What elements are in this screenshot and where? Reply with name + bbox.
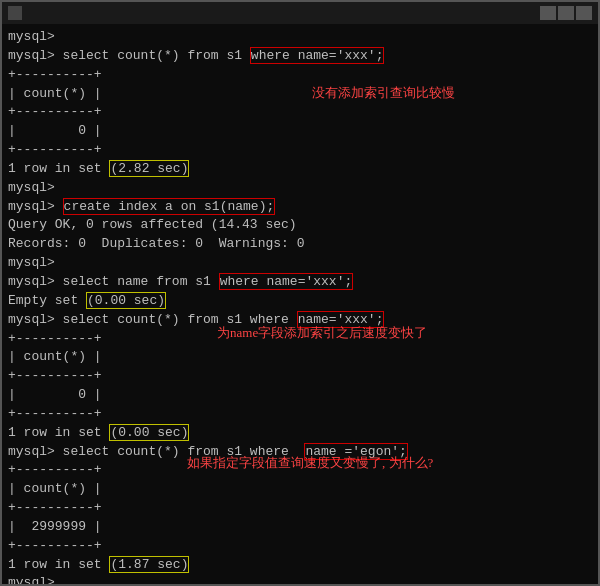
terminal-line: mysql> select count(*) from s1 where nam… (8, 47, 592, 66)
terminal-line: Empty set (0.00 sec) (8, 292, 592, 311)
terminal-line: mysql> (8, 179, 592, 198)
window: mysql>mysql> select count(*) from s1 whe… (0, 0, 600, 586)
terminal-line: mysql> create index a on s1(name); (8, 198, 592, 217)
terminal-line: | count(*) | (8, 480, 592, 499)
terminal-line: +----------+ (8, 103, 592, 122)
terminal-line: 1 row in set (1.87 sec) (8, 556, 592, 575)
title-bar-left (8, 6, 28, 20)
maximize-button[interactable] (558, 6, 574, 20)
terminal-line: mysql> (8, 28, 592, 47)
terminal-line: mysql> select name from s1 where name='x… (8, 273, 592, 292)
terminal-line: 1 row in set (2.82 sec) (8, 160, 592, 179)
title-bar (2, 2, 598, 24)
terminal: mysql>mysql> select count(*) from s1 whe… (2, 24, 598, 584)
terminal-line: mysql> _ (8, 574, 592, 584)
terminal-line: +----------+ (8, 66, 592, 85)
minimize-button[interactable] (540, 6, 556, 20)
terminal-line: +----------+ (8, 461, 592, 480)
terminal-line: | 0 | (8, 386, 592, 405)
terminal-line: +----------+ (8, 330, 592, 349)
terminal-line: | count(*) | (8, 85, 592, 104)
close-button[interactable] (576, 6, 592, 20)
terminal-line: 1 row in set (0.00 sec) (8, 424, 592, 443)
terminal-line: | 2999999 | (8, 518, 592, 537)
terminal-line: +----------+ (8, 499, 592, 518)
terminal-line: +----------+ (8, 405, 592, 424)
terminal-line: mysql> (8, 254, 592, 273)
title-bar-buttons (540, 6, 592, 20)
terminal-line: +----------+ (8, 537, 592, 556)
terminal-line: | 0 | (8, 122, 592, 141)
terminal-line: +----------+ (8, 367, 592, 386)
terminal-line: mysql> select count(*) from s1 where nam… (8, 443, 592, 462)
terminal-line: +----------+ (8, 141, 592, 160)
terminal-line: | count(*) | (8, 348, 592, 367)
terminal-line: Query OK, 0 rows affected (14.43 sec) (8, 216, 592, 235)
cmd-icon (8, 6, 22, 20)
terminal-line: Records: 0 Duplicates: 0 Warnings: 0 (8, 235, 592, 254)
terminal-line: mysql> select count(*) from s1 where nam… (8, 311, 592, 330)
